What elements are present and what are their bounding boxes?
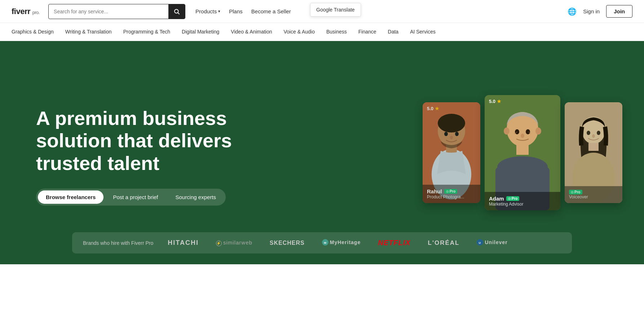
hero-content: A premium business solution that deliver…	[36, 107, 350, 205]
adam-name: Adam Pro	[489, 196, 556, 202]
right-pro-badge: Pro	[569, 190, 582, 194]
svg-point-0	[175, 9, 178, 13]
freelancer-card-rahul[interactable]: 5.0 ★ Rahul Pro Product Photogra...	[423, 102, 480, 203]
header: fiverr pro. Products ▾ Plans Become a Se…	[0, 0, 644, 23]
brands-label: Brands who hire with Fiverr Pro	[83, 240, 153, 246]
adam-role: Marketing Advisor	[489, 202, 556, 207]
cat-business[interactable]: Business	[326, 29, 347, 35]
brand-skechers: SKECHERS	[270, 240, 305, 246]
svg-text:M: M	[324, 241, 327, 244]
right-card-info: Pro Voiceover	[565, 186, 622, 203]
svg-point-19	[504, 127, 510, 135]
brand-similarweb: ⚡similarweb	[216, 239, 252, 246]
search-input[interactable]	[49, 4, 168, 19]
rahul-pro-badge: Pro	[444, 189, 458, 194]
brand-myheritage: M MyHeritage	[322, 239, 361, 247]
products-nav-link[interactable]: Products ▾	[195, 8, 220, 14]
svg-point-4	[438, 114, 465, 132]
freelancer-card-adam[interactable]: 5.0 ★ Adam Pro Marketing Advisor	[485, 95, 560, 210]
cat-voice[interactable]: Voice & Audio	[284, 29, 315, 35]
search-bar	[48, 4, 185, 19]
brand-loreal: L'ORÉAL	[428, 239, 460, 247]
cat-marketing[interactable]: Digital Marketing	[182, 29, 219, 35]
tab-browse-freelancers[interactable]: Browse freelancers	[38, 190, 103, 204]
svg-point-27	[587, 131, 590, 135]
brand-unilever: U Unilever	[477, 239, 507, 247]
freelancer-card-right[interactable]: Pro Voiceover	[565, 102, 622, 203]
svg-point-30	[571, 191, 574, 194]
svg-rect-15	[516, 145, 529, 155]
logo[interactable]: fiverr pro.	[12, 7, 40, 16]
svg-point-9	[450, 136, 453, 139]
unilever-logo: U Unilever	[477, 239, 507, 246]
svg-point-28	[597, 131, 600, 135]
adam-rating: 5.0 ★	[489, 99, 501, 104]
pro-badge2-icon	[571, 191, 574, 194]
unilever-icon: U	[477, 239, 483, 246]
brands-bar: Brands who hire with Fiverr Pro HITACHI …	[72, 232, 572, 253]
tab-post-project[interactable]: Post a project brief	[105, 190, 166, 204]
svg-point-20	[535, 127, 541, 135]
hero-title: A premium business solution that deliver…	[36, 107, 288, 174]
svg-point-8	[455, 132, 459, 136]
become-seller-nav-link[interactable]: Become a Seller	[251, 8, 291, 14]
cat-programming[interactable]: Programming & Tech	[123, 29, 170, 35]
cat-video[interactable]: Video & Animation	[231, 29, 272, 35]
products-chevron-icon: ▾	[218, 9, 220, 14]
svg-line-1	[178, 13, 179, 14]
svg-point-29	[592, 134, 595, 138]
svg-point-21	[508, 197, 511, 200]
brand-hitachi: HITACHI	[168, 239, 199, 247]
brand-netflix: NETFLIX	[378, 239, 410, 247]
sign-in-link[interactable]: Sign in	[583, 8, 600, 14]
freelancer-cards: 5.0 ★ Rahul Pro Product Photogra...	[423, 95, 622, 210]
svg-point-17	[526, 129, 530, 134]
myheritage-logo: M MyHeritage	[322, 239, 361, 246]
search-icon	[173, 8, 180, 15]
adam-pro-badge: Pro	[506, 196, 520, 201]
cat-graphics[interactable]: Graphics & Design	[12, 29, 54, 35]
rahul-card-info: Rahul Pro Product Photogra...	[423, 185, 480, 203]
hero-section: A premium business solution that deliver…	[0, 41, 644, 264]
svg-rect-26	[588, 143, 599, 151]
svg-text:U: U	[479, 241, 481, 244]
right-name: Pro	[569, 190, 618, 194]
similarweb-icon: ⚡	[216, 241, 222, 246]
cat-finance[interactable]: Finance	[358, 29, 376, 35]
rahul-name: Rahul Pro	[427, 188, 476, 194]
svg-point-10	[446, 190, 449, 193]
google-translate-tooltip: Google Translate	[310, 3, 361, 17]
pro-checkmark-icon	[446, 190, 449, 193]
hero-bottom: Brands who hire with Fiverr Pro HITACHI …	[36, 232, 608, 253]
svg-point-14	[497, 156, 548, 178]
myheritage-icon: M	[322, 239, 328, 246]
pro-badge-icon	[508, 197, 511, 200]
tab-sourcing-experts[interactable]: Sourcing experts	[167, 190, 224, 204]
globe-icon[interactable]: 🌐	[568, 7, 577, 16]
cat-data[interactable]: Data	[388, 29, 399, 35]
right-role: Voiceover	[569, 194, 618, 199]
adam-card-info: Adam Pro Marketing Advisor	[485, 192, 560, 210]
top-nav: Products ▾ Plans Become a Seller	[195, 8, 568, 14]
header-right: 🌐 Sign in Join	[568, 5, 632, 18]
search-button[interactable]	[168, 4, 185, 19]
logo-text: fiverr pro.	[12, 7, 40, 16]
svg-point-7	[444, 132, 448, 136]
rahul-role: Product Photogra...	[427, 194, 476, 199]
rahul-rating: 5.0 ★	[427, 106, 439, 111]
cat-writing[interactable]: Writing & Translation	[65, 29, 112, 35]
cat-ai[interactable]: AI Services	[410, 29, 436, 35]
svg-point-18	[521, 134, 524, 138]
hero-tabs: Browse freelancers Post a project brief …	[36, 189, 226, 206]
categories-nav: Graphics & Design Writing & Translation …	[0, 23, 644, 41]
plans-nav-link[interactable]: Plans	[229, 8, 243, 14]
brand-logos: HITACHI ⚡similarweb SKECHERS M MyHeritag…	[168, 239, 507, 247]
join-button[interactable]: Join	[606, 5, 632, 18]
